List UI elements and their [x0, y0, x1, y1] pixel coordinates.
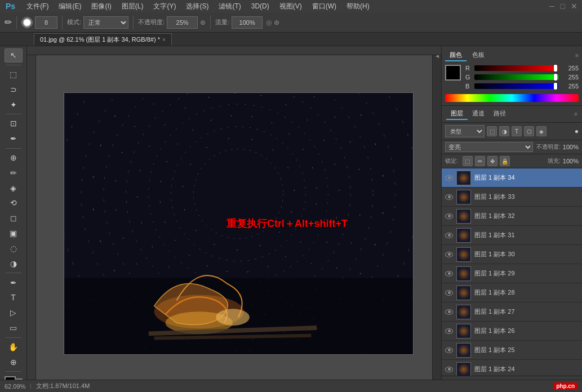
pressure-opacity-icon[interactable]: ⊕ — [200, 19, 206, 26]
layer-thumbnail — [456, 247, 471, 262]
pressure-flow-icon[interactable]: ⊕ — [274, 19, 279, 26]
zoom-tool[interactable]: ⊕ — [5, 355, 23, 369]
menu-edit[interactable]: 编辑(E) — [54, 1, 86, 12]
color-panel-menu[interactable]: ≡ — [575, 52, 579, 59]
layers-panel-menu[interactable]: ≡ — [574, 111, 577, 117]
layer-item[interactable]: 图层 1 副本 32 — [442, 207, 582, 226]
filter-toggle[interactable]: ● — [575, 127, 579, 135]
layer-visibility-toggle[interactable] — [444, 288, 454, 298]
menu-image[interactable]: 图像(I) — [87, 1, 115, 12]
color-spectrum[interactable] — [445, 94, 579, 102]
opacity-value: 100% — [563, 144, 579, 150]
lock-all-icon[interactable]: 🔒 — [500, 156, 510, 166]
fill-value: 100% — [563, 158, 579, 164]
blur-tool[interactable]: ◌ — [5, 242, 23, 256]
layer-visibility-toggle[interactable] — [444, 269, 454, 279]
layer-visibility-toggle[interactable] — [444, 192, 454, 202]
opacity-label: 不透明度: — [536, 143, 561, 151]
g-slider[interactable] — [474, 74, 558, 80]
pen-tool[interactable]: ✒ — [5, 275, 23, 289]
marquee-tool[interactable]: ⬚ — [5, 68, 23, 82]
layer-visibility-toggle[interactable] — [444, 250, 454, 260]
active-color-swatch[interactable] — [445, 65, 461, 81]
opacity-label: 不透明度: — [138, 18, 165, 26]
layer-visibility-toggle[interactable] — [444, 345, 454, 355]
menu-select[interactable]: 选择(S) — [181, 1, 213, 12]
layer-item[interactable]: 图层 1 副本 27 — [442, 302, 582, 322]
opacity-input[interactable] — [167, 16, 198, 29]
layer-item[interactable]: 图层 1 副本 25 — [442, 341, 582, 360]
brush-tool[interactable]: ✏ — [5, 166, 23, 180]
layer-item[interactable]: 图层 1 副本 24 — [442, 360, 582, 376]
layer-item[interactable]: 图层 1 副本 30 — [442, 245, 582, 264]
layer-item[interactable]: 图层 1 副本 31 — [442, 226, 582, 245]
menu-help[interactable]: 帮助(H) — [342, 1, 374, 12]
menu-file[interactable]: 文件(F) — [22, 1, 53, 12]
eraser-tool[interactable]: ◻ — [5, 211, 23, 225]
layer-visibility-toggle[interactable] — [444, 173, 454, 183]
brush-preview[interactable] — [21, 17, 33, 28]
eyedropper-tool[interactable]: ✒ — [5, 132, 23, 146]
minimize-button[interactable]: ─ — [547, 2, 557, 11]
b-label: B — [465, 83, 472, 90]
document-tab[interactable]: 01.jpg @ 62.1% (图层 1 副本 34, RGB/8#) * × — [34, 33, 172, 46]
tab-channels[interactable]: 通道 — [468, 108, 489, 120]
filter-adjust-icon[interactable]: ◑ — [499, 126, 509, 136]
gradient-tool[interactable]: ▣ — [5, 226, 23, 240]
layer-item[interactable]: 图层 1 副本 28 — [442, 283, 582, 302]
canvas-image: 重复执行Ctrl＋Alt+shift+T — [64, 92, 414, 355]
clone-tool[interactable]: ◈ — [5, 181, 23, 195]
menu-layer[interactable]: 图层(L) — [117, 1, 148, 12]
lock-transparent-icon[interactable]: ⬚ — [463, 156, 473, 166]
r-slider[interactable] — [474, 65, 558, 71]
dodge-tool[interactable]: ◑ — [5, 256, 23, 270]
magic-wand-tool[interactable]: ✦ — [5, 97, 23, 112]
layer-visibility-toggle[interactable] — [444, 230, 454, 240]
menu-view[interactable]: 视图(V) — [275, 1, 306, 12]
layer-visibility-toggle[interactable] — [444, 307, 454, 317]
layer-item[interactable]: 图层 1 副本 33 — [442, 188, 582, 207]
maximize-button[interactable]: □ — [558, 2, 567, 11]
filter-pixel-icon[interactable]: ⬚ — [487, 126, 497, 136]
flow-input[interactable] — [232, 16, 263, 29]
tab-swatches[interactable]: 色板 — [468, 50, 489, 61]
blend-mode-select[interactable]: 变亮 — [445, 142, 533, 152]
filter-type-icon[interactable]: T — [512, 126, 522, 136]
lasso-tool[interactable]: ⊃ — [5, 82, 23, 96]
close-button[interactable]: ✕ — [568, 2, 580, 11]
lock-position-icon[interactable]: ✥ — [487, 156, 497, 166]
airbrush-icon[interactable]: ◎ — [266, 19, 272, 26]
layer-item[interactable]: 图层 1 副本 26 — [442, 322, 582, 341]
lock-paint-icon[interactable]: ✏ — [475, 156, 485, 166]
menu-3d[interactable]: 3D(D) — [247, 1, 274, 11]
brush-size-input[interactable] — [35, 16, 57, 29]
tab-layers[interactable]: 图层 — [446, 108, 468, 120]
layer-visibility-toggle[interactable] — [444, 326, 454, 336]
tab-paths[interactable]: 路径 — [489, 108, 510, 120]
layer-visibility-toggle[interactable] — [444, 364, 454, 375]
type-tool[interactable]: T — [5, 291, 23, 305]
tab-color[interactable]: 颜色 — [445, 50, 467, 61]
menu-text[interactable]: 文字(Y) — [149, 1, 180, 12]
blend-mode-select[interactable]: 正常 — [83, 16, 128, 29]
history-brush-tool[interactable]: ⟲ — [5, 196, 23, 210]
right-panel: ◀◀ 颜色 色板 ≡ R 255 — [441, 46, 582, 392]
hand-tool[interactable]: ✋ — [5, 340, 23, 354]
path-select-tool[interactable]: ▷ — [5, 306, 23, 320]
filter-smart-icon[interactable]: ◈ — [536, 126, 547, 136]
heal-tool[interactable]: ⊕ — [5, 150, 23, 164]
menu-filter[interactable]: 滤镜(T) — [214, 1, 245, 12]
layer-name: 图层 1 副本 24 — [474, 365, 580, 373]
layer-visibility-toggle[interactable] — [444, 211, 454, 221]
move-tool[interactable]: ↖ — [5, 48, 23, 63]
shape-tool[interactable]: ▭ — [5, 321, 23, 335]
filter-shape-icon[interactable]: ⬡ — [524, 126, 534, 136]
flow-label: 流量: — [215, 18, 229, 26]
tab-close-button[interactable]: × — [162, 37, 166, 43]
layer-filter-select[interactable]: 类型 — [445, 125, 485, 137]
layer-item[interactable]: 图层 1 副本 34 — [442, 168, 582, 188]
menu-window[interactable]: 窗口(W) — [308, 1, 341, 12]
b-slider[interactable] — [474, 83, 558, 89]
layer-item[interactable]: 图层 1 副本 29 — [442, 264, 582, 283]
crop-tool[interactable]: ⊡ — [5, 117, 23, 131]
